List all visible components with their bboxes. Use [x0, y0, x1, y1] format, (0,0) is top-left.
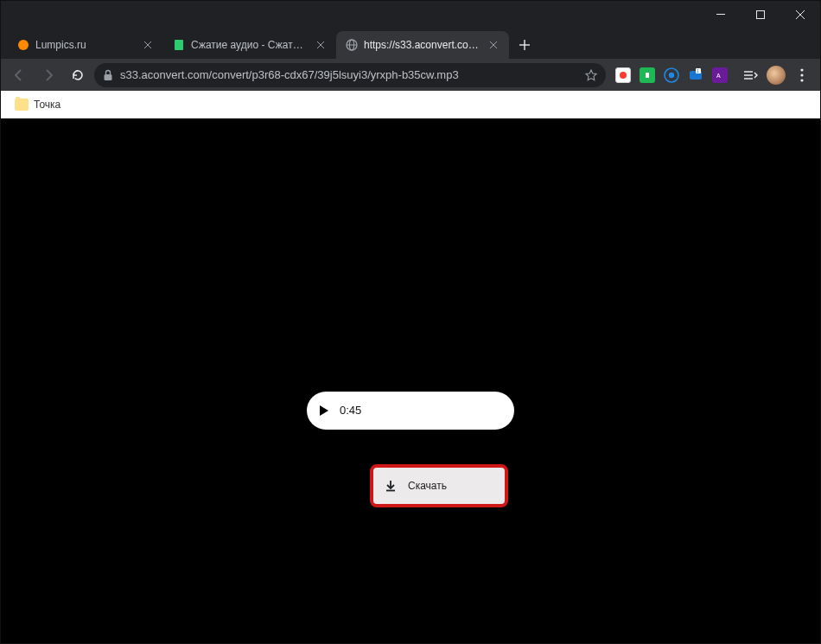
audio-player[interactable]: 0:45: [307, 392, 514, 430]
kebab-menu-icon[interactable]: [789, 63, 815, 87]
svg-point-21: [669, 72, 674, 77]
reading-list-icon[interactable]: [737, 63, 763, 87]
svg-point-4: [18, 40, 29, 50]
page-content: 0:45 Скачать: [1, 118, 820, 643]
window-maximize-button[interactable]: [741, 1, 780, 28]
address-url: s33.aconvert.com/convert/p3r68-cdx67/39j…: [120, 68, 578, 81]
tab-bar: Lumpics.ru Сжатие аудио - Сжатие файлов …: [1, 28, 820, 59]
bookmark-star-icon[interactable]: [585, 69, 597, 81]
browser-tab-active[interactable]: https://s33.aconvert.com/convert: [336, 31, 509, 59]
download-icon: [384, 479, 398, 493]
download-label: Скачать: [408, 480, 447, 492]
close-icon[interactable]: [487, 38, 500, 52]
tab-favicon-icon: [16, 38, 30, 52]
svg-point-18: [620, 72, 627, 79]
svg-rect-1: [757, 10, 765, 18]
bookmark-label: Точка: [34, 99, 60, 111]
bookmarks-bar: Точка: [1, 91, 820, 118]
folder-icon: [15, 99, 29, 111]
svg-rect-7: [175, 40, 183, 50]
back-button[interactable]: [6, 62, 32, 88]
extension-icon[interactable]: [639, 67, 656, 84]
window-close-button[interactable]: [780, 1, 820, 28]
lock-icon: [103, 69, 113, 81]
svg-point-31: [800, 79, 803, 81]
svg-text:A: A: [716, 73, 721, 79]
forward-button[interactable]: [35, 62, 61, 88]
extension-icon[interactable]: 1: [687, 67, 704, 84]
new-tab-button[interactable]: [512, 33, 537, 57]
svg-point-29: [800, 68, 803, 71]
address-bar[interactable]: s33.aconvert.com/convert/p3r68-cdx67/39j…: [94, 63, 606, 87]
extension-icon[interactable]: A: [711, 67, 729, 84]
tab-title: https://s33.aconvert.com/convert: [364, 39, 481, 51]
globe-icon: [345, 38, 359, 52]
svg-rect-17: [105, 74, 112, 80]
player-time: 0:45: [340, 404, 361, 417]
close-icon[interactable]: [141, 38, 155, 52]
svg-text:1: 1: [697, 68, 699, 73]
bookmark-folder[interactable]: Точка: [10, 95, 66, 114]
close-icon[interactable]: [314, 38, 328, 52]
svg-rect-0: [716, 14, 725, 15]
tab-title: Сжатие аудио - Сжатие файлов: [191, 39, 309, 51]
profile-avatar[interactable]: [767, 66, 786, 85]
window-minimize-button[interactable]: [701, 1, 741, 28]
svg-rect-19: [646, 73, 649, 78]
extension-icon[interactable]: [614, 67, 632, 84]
window-titlebar: [1, 1, 820, 28]
browser-toolbar: s33.aconvert.com/convert/p3r68-cdx67/39j…: [1, 59, 820, 91]
browser-tab[interactable]: Lumpics.ru: [8, 31, 163, 59]
tab-title: Lumpics.ru: [35, 39, 136, 51]
browser-tab[interactable]: Сжатие аудио - Сжатие файлов: [163, 31, 336, 59]
context-menu-download[interactable]: Скачать: [370, 464, 508, 507]
extension-icons: 1 A: [609, 67, 734, 84]
play-icon[interactable]: [317, 404, 331, 418]
tab-favicon-icon: [172, 38, 186, 52]
reload-button[interactable]: [65, 62, 91, 88]
svg-point-30: [800, 73, 803, 76]
extension-icon[interactable]: [663, 67, 680, 84]
